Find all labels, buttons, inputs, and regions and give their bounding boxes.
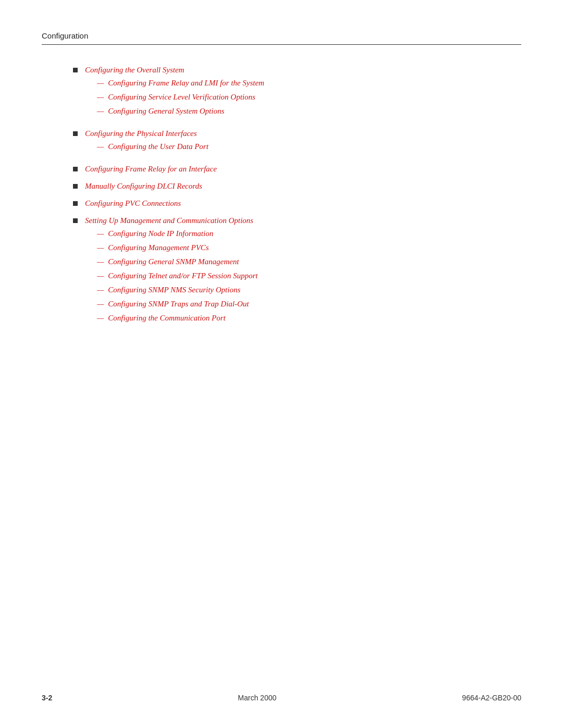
bullet-item-physical-interfaces: Configuring the Physical Interfaces—Conf… xyxy=(73,129,521,156)
bullet-square-icon xyxy=(73,68,78,72)
dash-icon: — xyxy=(97,79,104,88)
bullet-link-frame-relay-interface[interactable]: Configuring Frame Relay for an Interface xyxy=(85,165,217,173)
dash-icon: — xyxy=(97,142,104,151)
sub-link-user-data-port[interactable]: Configuring the User Data Port xyxy=(108,142,209,151)
bullet-item-pvc-connections: Configuring PVC Connections xyxy=(73,199,521,208)
sub-link-general-system[interactable]: Configuring General System Options xyxy=(108,107,224,116)
dash-icon: — xyxy=(97,229,104,238)
bullet-item-overall-system: Configuring the Overall System—Configuri… xyxy=(73,66,521,121)
sub-link-frame-relay-lmi[interactable]: Configuring Frame Relay and LMI for the … xyxy=(108,79,264,88)
bullet-square-icon xyxy=(73,131,78,136)
sub-list-management-communication: —Configuring Node IP Information—Configu… xyxy=(97,229,258,323)
main-list: Configuring the Overall System—Configuri… xyxy=(73,66,521,328)
bullet-link-physical-interfaces[interactable]: Configuring the Physical Interfaces xyxy=(85,129,197,138)
bullet-item-content-frame-relay-interface: Configuring Frame Relay for an Interface xyxy=(85,165,217,174)
sub-link-snmp-nms[interactable]: Configuring SNMP NMS Security Options xyxy=(108,286,240,294)
dash-icon: — xyxy=(97,243,104,252)
bullet-item-content-physical-interfaces: Configuring the Physical Interfaces—Conf… xyxy=(85,129,209,156)
dash-icon: — xyxy=(97,300,104,309)
footer-date: March 2000 xyxy=(238,694,276,702)
bullet-square-icon xyxy=(73,218,78,223)
bullet-item-content-manually-dlci: Manually Configuring DLCI Records xyxy=(85,182,202,191)
bullet-link-pvc-connections[interactable]: Configuring PVC Connections xyxy=(85,199,181,207)
bullet-item-frame-relay-interface: Configuring Frame Relay for an Interface xyxy=(73,165,521,174)
bullet-link-management-communication[interactable]: Setting Up Management and Communication … xyxy=(85,216,253,225)
sub-item-snmp-traps: —Configuring SNMP Traps and Trap Dial-Ou… xyxy=(97,300,258,309)
sub-link-snmp-traps[interactable]: Configuring SNMP Traps and Trap Dial-Out xyxy=(108,300,249,309)
sub-list-overall-system: —Configuring Frame Relay and LMI for the… xyxy=(97,79,264,116)
bullet-item-content-pvc-connections: Configuring PVC Connections xyxy=(85,199,181,208)
sub-list-physical-interfaces: —Configuring the User Data Port xyxy=(97,142,209,151)
bullet-link-manually-dlci[interactable]: Manually Configuring DLCI Records xyxy=(85,182,202,190)
bullet-item-content-overall-system: Configuring the Overall System—Configuri… xyxy=(85,66,264,121)
sub-link-snmp-mgmt[interactable]: Configuring General SNMP Management xyxy=(108,257,239,266)
sub-item-service-level: —Configuring Service Level Verification … xyxy=(97,93,264,102)
dash-icon: — xyxy=(97,257,104,266)
sub-item-node-ip: —Configuring Node IP Information xyxy=(97,229,258,238)
header-title: Configuration xyxy=(42,31,88,40)
sub-item-snmp-nms: —Configuring SNMP NMS Security Options xyxy=(97,286,258,294)
dash-icon: — xyxy=(97,272,104,280)
sub-item-mgmt-pvcs: —Configuring Management PVCs xyxy=(97,243,258,252)
sub-item-comm-port: —Configuring the Communication Port xyxy=(97,314,258,323)
bullet-square-icon xyxy=(73,201,78,206)
sub-item-general-system: —Configuring General System Options xyxy=(97,107,264,116)
dash-icon: — xyxy=(97,314,104,323)
bullet-square-icon xyxy=(73,167,78,171)
bullet-square-icon xyxy=(73,184,78,189)
content-area: Configuring the Overall System—Configuri… xyxy=(42,66,521,328)
dash-icon: — xyxy=(97,286,104,294)
page: Configuration Configuring the Overall Sy… xyxy=(0,0,563,728)
bullet-link-overall-system[interactable]: Configuring the Overall System xyxy=(85,66,184,74)
dash-icon: — xyxy=(97,93,104,102)
sub-link-mgmt-pvcs[interactable]: Configuring Management PVCs xyxy=(108,243,209,252)
dash-icon: — xyxy=(97,107,104,116)
bullet-item-content-management-communication: Setting Up Management and Communication … xyxy=(85,216,258,328)
bullet-item-management-communication: Setting Up Management and Communication … xyxy=(73,216,521,328)
sub-link-comm-port[interactable]: Configuring the Communication Port xyxy=(108,314,225,323)
footer-doc-id: 9664-A2-GB20-00 xyxy=(462,694,521,702)
page-header: Configuration xyxy=(42,31,521,45)
sub-item-user-data-port: —Configuring the User Data Port xyxy=(97,142,209,151)
sub-link-telnet-ftp[interactable]: Configuring Telnet and/or FTP Session Su… xyxy=(108,272,258,280)
sub-item-telnet-ftp: —Configuring Telnet and/or FTP Session S… xyxy=(97,272,258,280)
sub-item-frame-relay-lmi: —Configuring Frame Relay and LMI for the… xyxy=(97,79,264,88)
bullet-item-manually-dlci: Manually Configuring DLCI Records xyxy=(73,182,521,191)
sub-link-service-level[interactable]: Configuring Service Level Verification O… xyxy=(108,93,255,102)
footer-page-number: 3-2 xyxy=(42,694,52,702)
sub-item-snmp-mgmt: —Configuring General SNMP Management xyxy=(97,257,258,266)
page-footer: 3-2 March 2000 9664-A2-GB20-00 xyxy=(42,694,521,702)
sub-link-node-ip[interactable]: Configuring Node IP Information xyxy=(108,229,213,238)
